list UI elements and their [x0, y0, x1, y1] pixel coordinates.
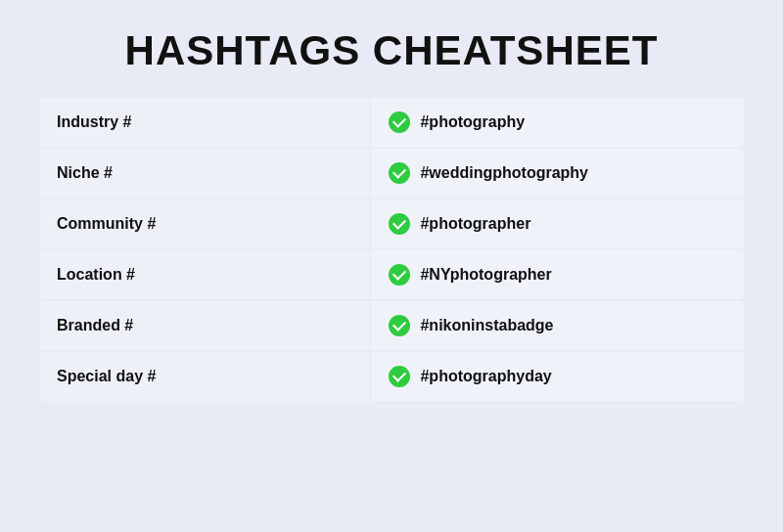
table-row: Location ##NYphotographer	[39, 250, 744, 299]
category-label: Branded #	[57, 317, 133, 334]
check-icon	[389, 366, 410, 387]
category-label: Niche #	[57, 164, 113, 182]
category-cell: Industry #	[39, 98, 369, 147]
hashtag-cell: #nikoninstabadge	[371, 301, 744, 350]
hashtag-cell: #photographyday	[371, 352, 744, 401]
category-label: Industry #	[57, 113, 131, 131]
category-cell: Community #	[39, 200, 369, 248]
category-label: Community #	[57, 215, 156, 233]
hashtag-text: #photography	[420, 113, 525, 131]
table-row: Niche ##weddingphotography	[39, 149, 744, 198]
check-icon	[389, 213, 410, 235]
check-icon	[389, 162, 410, 184]
category-cell: Location #	[39, 250, 369, 299]
table-row: Branded ##nikoninstabadge	[39, 301, 744, 350]
check-icon	[389, 315, 410, 336]
hashtag-cell: #photographer	[371, 200, 744, 248]
category-label: Location #	[57, 266, 135, 284]
hashtag-text: #NYphotographer	[420, 266, 551, 284]
table-row: Industry ##photography	[39, 98, 744, 147]
category-cell: Special day #	[39, 352, 369, 401]
category-label: Special day #	[57, 368, 156, 385]
check-icon	[389, 111, 410, 133]
table-row: Special day ##photographyday	[39, 352, 744, 401]
hashtag-cell: #NYphotographer	[371, 250, 744, 299]
hashtag-cell: #weddingphotography	[371, 149, 744, 198]
hashtag-text: #photographyday	[420, 368, 551, 385]
hashtag-cell: #photography	[371, 98, 744, 147]
page-title: HASHTAGS CHEATSHEET	[125, 27, 659, 74]
hashtag-text: #weddingphotography	[420, 164, 588, 182]
category-cell: Branded #	[39, 301, 369, 350]
category-cell: Niche #	[39, 149, 369, 198]
table-row: Community ##photographer	[39, 200, 744, 248]
check-icon	[389, 264, 410, 286]
hashtag-text: #photographer	[420, 215, 530, 233]
hashtag-text: #nikoninstabadge	[420, 317, 553, 334]
hashtags-table: Industry ##photographyNiche ##weddingpho…	[39, 98, 744, 403]
